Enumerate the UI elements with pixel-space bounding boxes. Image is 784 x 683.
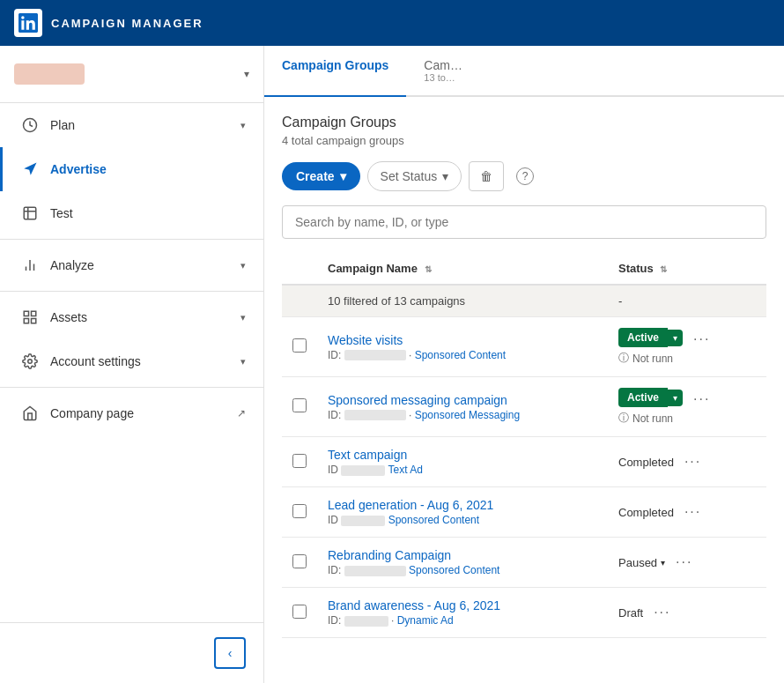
row-checkbox[interactable] — [292, 504, 307, 518]
status-cell: Draft ··· — [608, 588, 766, 638]
paused-dropdown-icon[interactable]: ▾ — [661, 558, 665, 568]
filter-info-dash: - — [608, 285, 766, 317]
settings-icon — [20, 352, 40, 371]
status-dropdown-icon[interactable]: ▾ — [668, 330, 683, 346]
search-input[interactable] — [282, 205, 766, 239]
status-cell: Completed ··· — [608, 437, 766, 487]
status-cell: Active ▾ ··· ⓘ Not runn — [608, 377, 766, 437]
content-tabs: Campaign Groups Cam… 13 to… — [264, 46, 784, 97]
campaign-name-header[interactable]: Campaign Name ⇅ — [317, 253, 608, 285]
campaign-name-link[interactable]: Website visits — [328, 333, 597, 347]
tab-campaigns[interactable]: Cam… 13 to… — [406, 46, 480, 97]
main-layout: ▾ Plan ▾ Advertise — [0, 46, 784, 683]
sidebar-item-plan[interactable]: Plan ▾ — [0, 103, 263, 147]
avatar — [14, 63, 85, 85]
blurred-id — [344, 616, 388, 627]
row-checkbox-cell — [282, 437, 317, 487]
row-checkbox-cell — [282, 377, 317, 437]
sidebar-item-company-page[interactable]: Company page ↗ — [0, 391, 263, 435]
status-cell: Active ▾ ··· ⓘ Not runn — [608, 317, 766, 377]
collapse-sidebar-button[interactable]: ‹ — [214, 637, 246, 669]
filter-info-row: 10 filtered of 13 campaigns - — [282, 285, 766, 317]
analyze-chevron-icon: ▾ — [240, 260, 246, 271]
row-menu-dots[interactable]: ··· — [686, 388, 717, 411]
content-area: Campaign Groups Cam… 13 to… Campaign Gro… — [264, 46, 784, 683]
sort-icon: ⇅ — [425, 264, 432, 274]
sidebar-item-advertise[interactable]: Advertise — [0, 147, 263, 191]
svg-point-8 — [28, 360, 33, 364]
divider — [0, 387, 263, 388]
row-checkbox-cell — [282, 487, 317, 538]
create-button[interactable]: Create ▾ — [282, 162, 360, 190]
test-icon — [20, 204, 40, 223]
table-row: Text campaign ID Text Ad Completed ··· — [282, 437, 766, 487]
row-checkbox[interactable] — [292, 554, 307, 568]
row-checkbox[interactable] — [292, 454, 307, 468]
analyze-icon — [20, 256, 40, 275]
external-link-icon: ↗ — [237, 407, 246, 419]
campaign-name-cell: Sponsored messaging campaign ID: · Spons… — [317, 377, 608, 437]
campaign-name-cell: Brand awareness - Aug 6, 2021 ID: · Dyna… — [317, 588, 608, 638]
row-checkbox[interactable] — [292, 605, 307, 619]
not-running-status: ⓘ Not runn — [618, 411, 756, 426]
blurred-id — [341, 516, 385, 526]
help-button[interactable]: ? — [511, 162, 539, 190]
sidebar-item-assets[interactable]: Assets ▾ — [0, 295, 263, 339]
company-icon — [20, 404, 40, 423]
set-status-dropdown-icon: ▾ — [442, 169, 448, 183]
campaign-name-link[interactable]: Lead generation - Aug 6, 2021 — [328, 498, 597, 512]
status-text: Draft — [618, 606, 643, 620]
select-all-header — [282, 253, 317, 285]
advertise-icon — [20, 160, 40, 179]
table-row: Website visits ID: · Sponsored Content A… — [282, 317, 766, 377]
sort-icon: ⇅ — [660, 264, 667, 274]
content-body: Campaign Groups 4 total campaign groups … — [264, 97, 784, 683]
campaign-name-cell: Website visits ID: · Sponsored Content — [317, 317, 608, 377]
row-menu-dots[interactable]: ··· — [647, 601, 677, 624]
campaign-name-link[interactable]: Rebranding Campaign — [328, 548, 597, 562]
row-menu-dots[interactable]: ··· — [677, 501, 708, 523]
plan-icon — [20, 115, 40, 135]
row-checkbox[interactable] — [292, 338, 307, 353]
campaign-table: Campaign Name ⇅ Status ⇅ 10 filtered of … — [282, 253, 766, 638]
row-menu-dots[interactable]: ··· — [669, 551, 699, 574]
sidebar: ▾ Plan ▾ Advertise — [0, 46, 264, 683]
status-dropdown-icon[interactable]: ▾ — [668, 390, 683, 406]
sidebar-item-label: Account settings — [50, 354, 240, 368]
svg-rect-4 — [24, 311, 28, 316]
campaign-meta: ID: · Sponsored Messaging — [328, 409, 597, 421]
create-dropdown-icon: ▾ — [340, 169, 346, 183]
sidebar-item-account-settings[interactable]: Account settings ▾ — [0, 339, 263, 383]
not-running-label: Not runn — [632, 412, 673, 425]
delete-icon: 🗑 — [480, 169, 492, 183]
table-row: Sponsored messaging campaign ID: · Spons… — [282, 377, 766, 437]
table-row: Lead generation - Aug 6, 2021 ID Sponsor… — [282, 487, 766, 538]
info-icon: ⓘ — [618, 411, 629, 426]
status-cell: Completed ··· — [608, 487, 766, 538]
campaign-name-link[interactable]: Brand awareness - Aug 6, 2021 — [328, 598, 597, 612]
delete-button[interactable]: 🗑 — [469, 161, 504, 191]
table-row: Brand awareness - Aug 6, 2021 ID: · Dyna… — [282, 588, 766, 638]
table-header: Campaign Name ⇅ Status ⇅ — [282, 253, 766, 285]
campaign-name-link[interactable]: Text campaign — [328, 448, 597, 462]
status-header[interactable]: Status ⇅ — [608, 253, 766, 285]
plan-chevron-icon: ▾ — [240, 120, 246, 131]
sidebar-profile[interactable]: ▾ — [0, 46, 263, 103]
svg-rect-7 — [24, 319, 28, 323]
assets-chevron-icon: ▾ — [240, 312, 246, 323]
sidebar-item-analyze[interactable]: Analyze ▾ — [0, 243, 263, 287]
sidebar-item-label: Plan — [50, 118, 240, 132]
row-menu-dots[interactable]: ··· — [686, 328, 717, 351]
section-subtitle: 4 total campaign groups — [282, 134, 766, 147]
tab-campaign-groups[interactable]: Campaign Groups — [264, 46, 406, 97]
sidebar-item-test[interactable]: Test — [0, 191, 263, 235]
campaign-name-link[interactable]: Sponsored messaging campaign — [328, 393, 597, 407]
row-menu-dots[interactable]: ··· — [677, 450, 708, 473]
set-status-button[interactable]: Set Status ▾ — [367, 161, 462, 191]
account-settings-chevron-icon: ▾ — [240, 356, 246, 367]
tab-label: Campaign Groups — [282, 58, 388, 72]
not-running-status: ⓘ Not runn — [618, 351, 756, 366]
campaign-meta: ID Sponsored Content — [328, 514, 597, 526]
assets-icon — [20, 308, 40, 327]
row-checkbox[interactable] — [292, 398, 307, 412]
